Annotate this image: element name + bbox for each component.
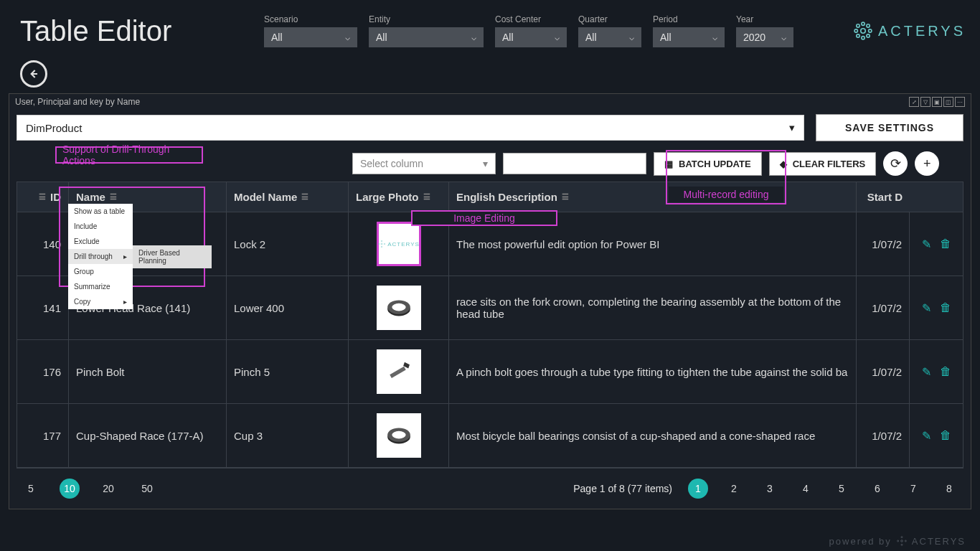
ctx-summarize[interactable]: Summarize — [68, 279, 133, 294]
context-menu: Show as a table Include Exclude Drill th… — [68, 204, 133, 309]
chevron-down-icon: ⌵ — [345, 32, 350, 42]
delete-icon[interactable]: 🗑 — [940, 429, 951, 442]
panel-icon-3[interactable]: ▣ — [932, 97, 942, 107]
svg-point-9 — [381, 243, 382, 245]
cell-desc: race sits on the fork crown, completing … — [449, 276, 857, 339]
col-header-desc[interactable]: English Description☰ — [449, 182, 857, 212]
filter-select-period[interactable]: All⌵ — [653, 27, 725, 47]
cell-start: 1/07/2 — [857, 276, 910, 339]
filter-icon: ☰ — [562, 192, 569, 202]
cell-desc: The most powerful edit option for Power … — [449, 212, 857, 276]
filter-select-year[interactable]: 2020⌵ — [736, 27, 793, 47]
panel-icon-more[interactable]: ⋯ — [955, 97, 965, 107]
footer-brand: powered by ACTERYS — [829, 535, 966, 547]
column-select[interactable]: Select column▾ — [352, 153, 496, 174]
cell-desc: Most bicycle ball bearings consist of a … — [449, 404, 857, 467]
page-size-50[interactable]: 50 — [137, 479, 157, 499]
panel-icon-2[interactable]: ▽ — [920, 97, 930, 107]
filter-select-scenario[interactable]: All⌵ — [264, 27, 357, 47]
cell-photo[interactable] — [349, 276, 449, 339]
delete-icon[interactable]: 🗑 — [940, 365, 951, 378]
edit-icon[interactable]: ✎ — [922, 301, 931, 315]
ctx-include[interactable]: Include — [68, 219, 133, 234]
filter-icon: ☰ — [39, 192, 46, 202]
svg-point-2 — [862, 37, 864, 39]
table-row[interactable]: 141Lower Head Race (141)Lower 400race si… — [17, 276, 963, 340]
back-button[interactable] — [20, 60, 47, 88]
filter-select-entity[interactable]: All⌵ — [369, 27, 484, 47]
page-number-8[interactable]: 8 — [939, 479, 959, 499]
ctx-drill-through[interactable]: Drill through▸ — [68, 249, 133, 264]
delete-icon[interactable]: 🗑 — [940, 301, 951, 314]
filter-value-input[interactable] — [503, 153, 646, 174]
cell-actions: ✎🗑 — [910, 276, 963, 339]
edit-icon[interactable]: ✎ — [922, 429, 931, 443]
ctx-copy[interactable]: Copy▸ — [68, 294, 133, 309]
svg-point-26 — [905, 540, 906, 542]
chevron-down-icon: ▾ — [483, 158, 488, 169]
filter-icon: ☰ — [423, 192, 430, 202]
cell-modelname: Cup 3 — [227, 404, 349, 467]
svg-point-12 — [384, 243, 385, 245]
col-header-id[interactable]: ☰ID — [17, 182, 69, 212]
clear-filters-button[interactable]: ◆ CLEAR FILTERS — [769, 152, 877, 176]
ctx-group[interactable]: Group — [68, 264, 133, 279]
delete-icon[interactable]: 🗑 — [940, 237, 951, 250]
paginator: Page 1 of 8 (77 items) 12345678 — [573, 479, 959, 499]
filter-select-quarter[interactable]: All⌵ — [578, 27, 641, 47]
edit-icon[interactable]: ✎ — [922, 237, 931, 251]
col-header-start[interactable]: Start D — [857, 182, 910, 212]
page-number-4[interactable]: 4 — [796, 479, 816, 499]
svg-point-11 — [378, 243, 380, 245]
grid-header: ☰ID Name☰ Model Name☰ Large Photo☰ Engli… — [17, 182, 963, 212]
dimension-select[interactable]: DimProduct▾ — [17, 115, 804, 141]
batch-update-button[interactable]: ▦ BATCH UPDATE — [654, 152, 762, 176]
cell-desc: A pinch bolt goes through a tube type fi… — [449, 340, 857, 403]
svg-point-21 — [392, 431, 405, 439]
ctx-sub-driver-planning[interactable]: Driver Based Planning — [133, 245, 212, 268]
page-number-5[interactable]: 5 — [831, 479, 852, 499]
cell-id: 141 — [17, 276, 69, 339]
page-size-5[interactable]: 5 — [21, 479, 41, 499]
filter-select-costcenter[interactable]: All⌵ — [495, 27, 567, 47]
table-row[interactable]: 177Cup-Shaped Race (177-A)Cup 3Most bicy… — [17, 404, 963, 468]
save-settings-button[interactable]: SAVE SETTINGS — [816, 114, 963, 141]
page-number-2[interactable]: 2 — [724, 479, 744, 499]
panel-icon-1[interactable]: ⤢ — [909, 97, 919, 107]
svg-point-7 — [857, 34, 859, 37]
edit-icon[interactable]: ✎ — [922, 365, 931, 379]
ctx-show-as-table[interactable]: Show as a table — [68, 204, 133, 219]
ctx-exclude[interactable]: Exclude — [68, 234, 133, 249]
chevron-right-icon: ▸ — [123, 253, 127, 260]
filter-label-scenario: Scenario — [264, 14, 357, 24]
svg-point-24 — [901, 544, 903, 545]
filter-label-year: Year — [736, 14, 793, 24]
svg-point-4 — [868, 29, 871, 32]
cell-photo[interactable] — [349, 404, 449, 467]
page-number-6[interactable]: 6 — [867, 479, 887, 499]
table-row[interactable]: 176Pinch BoltPinch 5A pinch bolt goes th… — [17, 340, 963, 404]
diamond-icon: ◆ — [780, 159, 787, 169]
cell-photo[interactable]: ACTERYS — [349, 212, 449, 276]
page-size-20[interactable]: 20 — [98, 479, 118, 499]
cell-start: 1/07/2 — [857, 404, 910, 467]
page-size-10[interactable]: 10 — [60, 479, 80, 499]
svg-point-0 — [861, 29, 866, 34]
chevron-down-icon: ⌵ — [781, 32, 786, 42]
filter-label-costcenter: Cost Center — [495, 14, 567, 24]
page-number-1[interactable]: 1 — [688, 479, 708, 499]
page-number-7[interactable]: 7 — [903, 479, 923, 499]
refresh-button[interactable]: ⟳ — [883, 151, 908, 176]
plus-icon: + — [923, 156, 931, 171]
add-button[interactable]: + — [915, 151, 939, 176]
chevron-down-icon: ▾ — [789, 121, 795, 134]
panel-icon-4[interactable]: ◫ — [943, 97, 953, 107]
col-header-modelname[interactable]: Model Name☰ — [227, 182, 349, 212]
cell-modelname: Pinch 5 — [227, 340, 349, 403]
page-number-3[interactable]: 3 — [760, 479, 780, 499]
col-header-photo[interactable]: Large Photo☰ — [349, 182, 449, 212]
svg-point-5 — [857, 24, 859, 27]
cell-photo[interactable] — [349, 340, 449, 403]
visual-header-icons: ⤢ ▽ ▣ ◫ ⋯ — [909, 97, 965, 107]
brand-logo: ACTERYS — [854, 22, 966, 40]
